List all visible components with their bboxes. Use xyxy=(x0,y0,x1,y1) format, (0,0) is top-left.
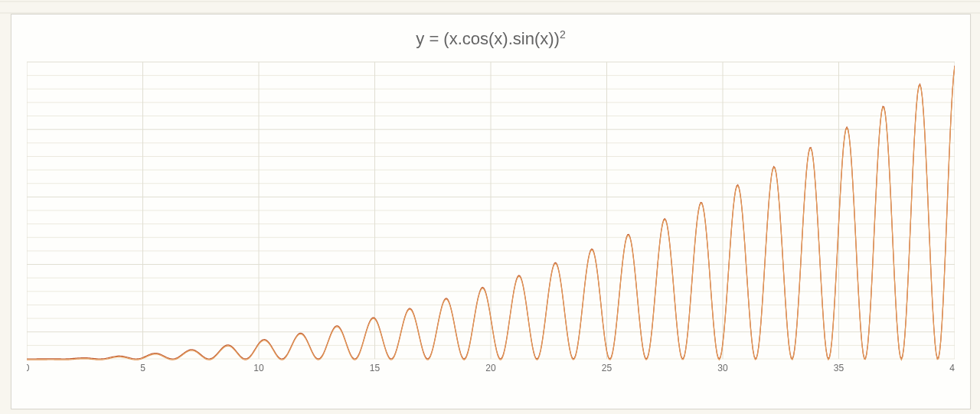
svg-text:10: 10 xyxy=(253,363,264,373)
chart-container[interactable]: y = (x.cos(x).sin(x))2 0510152025303540 xyxy=(11,14,971,409)
chart-title: y = (x.cos(x).sin(x))2 xyxy=(11,28,970,49)
svg-text:20: 20 xyxy=(485,363,496,373)
svg-text:30: 30 xyxy=(717,363,728,373)
spreadsheet-sheet: y = (x.cos(x).sin(x))2 0510152025303540 xyxy=(0,0,980,414)
svg-text:5: 5 xyxy=(140,363,145,373)
plot-area: 0510152025303540 xyxy=(27,59,955,380)
svg-text:40: 40 xyxy=(949,363,955,373)
svg-text:35: 35 xyxy=(834,363,844,373)
svg-text:0: 0 xyxy=(27,363,30,373)
svg-text:25: 25 xyxy=(602,363,612,373)
svg-text:15: 15 xyxy=(370,363,381,373)
x-axis: 0510152025303540 xyxy=(27,363,955,373)
chart-svg: 0510152025303540 xyxy=(27,59,955,380)
